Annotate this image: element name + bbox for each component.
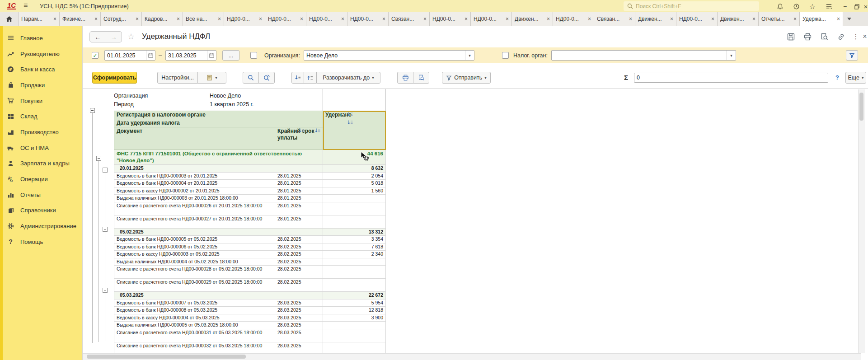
deadline-cell[interactable]: 28.02.2025 (275, 266, 323, 279)
favorite-star-icon[interactable]: ☆ (127, 32, 135, 42)
sidebar-item-purchases[interactable]: Покупки (0, 93, 82, 109)
home-tab-button[interactable] (0, 12, 19, 26)
tab-close-icon[interactable]: × (629, 16, 632, 22)
deadline-cell[interactable]: 28.02.2025 (275, 258, 323, 266)
fns-total-row[interactable]: ФНС 7715 КПП 771501001 (Общество с огран… (114, 150, 386, 165)
global-search-input[interactable]: Поиск Ctrl+Shift+F (624, 1, 759, 11)
tab-close-icon[interactable]: × (382, 16, 385, 22)
tab[interactable]: НД00-0... × (224, 12, 265, 26)
detail-row[interactable]: Ведомость в кассу НД00-000003 от 05.02.2… (114, 251, 386, 258)
collapse-fns-toggle[interactable] (96, 156, 101, 161)
sort-icon[interactable] (347, 120, 353, 125)
print-button[interactable] (397, 72, 413, 84)
withheld-cell[interactable] (323, 215, 386, 228)
header-registration[interactable]: Регистрация в налоговом органе (114, 111, 323, 119)
document-cell[interactable]: Выдача наличных НД00-000005 от 05.03.202… (114, 322, 275, 329)
tab[interactable]: Движен... × (718, 12, 759, 26)
generate-button[interactable]: Сформировать (92, 72, 137, 84)
tab-close-icon[interactable]: × (793, 16, 797, 22)
group-date-cell[interactable]: 05.03.2025 (114, 292, 275, 299)
withheld-cell[interactable]: 5 954 (323, 299, 386, 307)
header-document[interactable]: Документ (114, 127, 275, 150)
withheld-cell[interactable] (323, 202, 386, 215)
tab-close-icon[interactable]: × (464, 16, 468, 22)
tab-active[interactable]: Удержа... × (800, 12, 843, 26)
detail-row[interactable]: Списание с расчетного счета НД00-000029 … (114, 279, 386, 292)
preview-button[interactable] (413, 72, 429, 84)
service-menu-icon[interactable] (824, 2, 833, 10)
tab[interactable]: НД00-0... × (306, 12, 347, 26)
detail-row[interactable]: Ведомость в банк НД00-000003 от 20.01.20… (114, 172, 386, 180)
detail-row[interactable]: Ведомость в банк НД00-000008 от 05.03.20… (114, 307, 386, 314)
calendar-icon[interactable] (207, 51, 216, 60)
tab-close-icon[interactable]: × (300, 16, 303, 22)
sidebar-item-bank[interactable]: ₽ Банк и касса (0, 61, 82, 77)
document-cell[interactable]: Ведомость в банк НД00-000008 от 05.03.20… (114, 307, 275, 314)
deadline-cell[interactable]: 28.03.2025 (275, 322, 323, 329)
report-variants-button[interactable]: ▾ (197, 72, 226, 84)
sidebar-item-assets[interactable]: ОС и НМА (0, 140, 82, 156)
tab[interactable]: Отчеты... × (759, 12, 800, 26)
deadline-cell[interactable]: 28.03.2025 (275, 299, 323, 307)
organization-combo[interactable]: Новое Дело ▾ (304, 50, 474, 61)
detail-row[interactable]: Ведомость в банк НД00-000006 от 05.02.20… (114, 243, 386, 251)
main-menu-icon[interactable]: ≡ (23, 1, 28, 9)
group-row[interactable]: 20.01.2025 8 632 (114, 165, 386, 173)
vertical-scroll-thumb[interactable] (859, 93, 863, 121)
withheld-cell[interactable] (323, 258, 386, 266)
withheld-cell[interactable] (323, 322, 386, 329)
tab-close-icon[interactable]: × (259, 16, 262, 22)
deadline-cell[interactable]: 28.03.2025 (275, 329, 323, 342)
history-icon[interactable] (792, 2, 801, 10)
detail-row[interactable]: Выдача наличных НД00-000003 от 20.01.202… (114, 195, 386, 202)
group-date-cell[interactable]: 05.02.2025 (114, 228, 275, 236)
document-cell[interactable]: Списание с расчетного счета НД00-000028 … (114, 266, 275, 279)
more-button[interactable]: Еще ▾ (845, 72, 866, 84)
sidebar-item-sales[interactable]: Продажи (0, 77, 82, 93)
deadline-cell[interactable]: 28.02.2025 (275, 243, 323, 251)
empty-cell[interactable] (275, 165, 323, 173)
close-window-icon[interactable]: × (861, 2, 868, 10)
organization-checkbox[interactable] (250, 52, 257, 59)
document-cell[interactable]: Списание с расчетного счета НД00-000026 … (114, 202, 275, 215)
favorites-star-icon[interactable]: ☆ (808, 2, 817, 10)
sidebar-item-administration[interactable]: Администрирование (0, 218, 82, 234)
deadline-cell[interactable]: 28.01.2025 (275, 187, 323, 195)
combo-dropdown-icon[interactable]: ▾ (727, 51, 736, 60)
document-cell[interactable]: Выдача наличных НД00-000003 от 20.01.202… (114, 195, 275, 202)
print-icon[interactable] (802, 32, 812, 41)
sidebar-item-manager[interactable]: Руководителю (0, 46, 82, 62)
tab-close-icon[interactable]: × (547, 16, 550, 22)
document-cell[interactable]: Ведомость в банк НД00-000005 от 05.02.20… (114, 236, 275, 243)
tab[interactable]: НД00-0... × (471, 12, 512, 26)
withheld-cell[interactable] (323, 266, 386, 279)
withheld-cell[interactable]: 3 900 (323, 314, 386, 322)
collapse-group-toggle[interactable] (103, 168, 108, 173)
group-total-cell[interactable]: 22 672 (323, 292, 386, 299)
restore-window-icon[interactable] (852, 2, 861, 10)
sidebar-item-references[interactable]: Справочники (0, 203, 82, 219)
withheld-cell[interactable]: 2 340 (323, 251, 386, 258)
document-cell[interactable]: Выдача наличных НД00-000004 от 05.02.202… (114, 258, 275, 266)
withheld-cell[interactable]: 3 354 (323, 236, 386, 243)
withheld-cell[interactable] (323, 329, 386, 342)
tab-close-icon[interactable]: × (837, 16, 840, 22)
document-cell[interactable]: Ведомость в банк НД00-000004 от 20.01.20… (114, 180, 275, 187)
group-row[interactable]: 05.03.2025 22 672 (114, 292, 386, 299)
collapse-group-toggle[interactable] (103, 288, 108, 293)
sidebar-item-help[interactable]: ? Помощь (0, 234, 82, 250)
forward-button[interactable]: → (106, 32, 122, 42)
horizontal-scrollbar[interactable] (83, 353, 861, 360)
deadline-cell[interactable]: 28.01.2025 (275, 180, 323, 187)
detail-row[interactable]: Списание с расчетного счета НД00-000028 … (114, 266, 386, 279)
tab[interactable]: НД00-0... × (430, 12, 471, 26)
group-total-cell[interactable]: 8 632 (323, 165, 386, 173)
tab-close-icon[interactable]: × (670, 16, 673, 22)
withheld-cell[interactable]: 2 054 (323, 172, 386, 180)
detail-row[interactable]: Списание с расчетного счета НД00-000026 … (114, 202, 386, 215)
tab[interactable]: Физиче... × (60, 12, 101, 26)
group-total-cell[interactable]: 13 312 (323, 228, 386, 236)
sidebar-item-main[interactable]: Главное (0, 30, 82, 46)
help-icon[interactable]: ? (835, 74, 839, 81)
detail-row[interactable]: Ведомость в банк НД00-000005 от 05.02.20… (114, 236, 386, 243)
